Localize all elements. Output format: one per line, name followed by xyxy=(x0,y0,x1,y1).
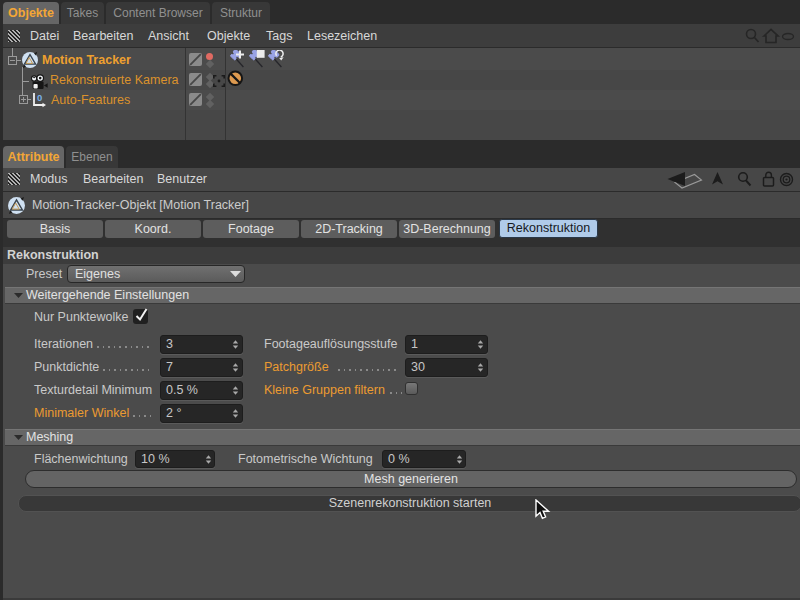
svg-text:0: 0 xyxy=(37,92,42,103)
